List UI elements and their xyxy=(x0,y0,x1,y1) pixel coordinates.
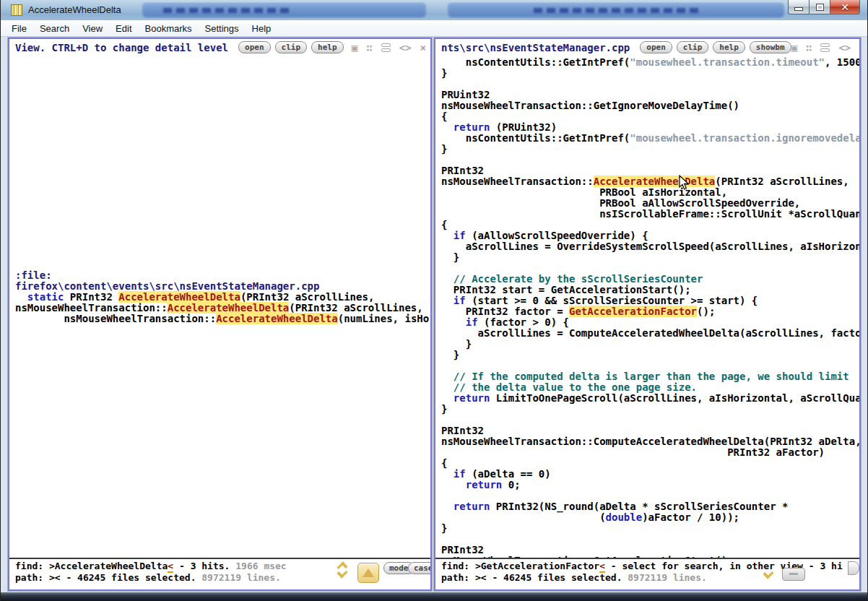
case-button[interactable]: case xyxy=(408,562,430,574)
code-line: if (factor > 0) { xyxy=(441,317,859,328)
showbm-button[interactable]: showbm xyxy=(750,41,791,53)
code-text: return xyxy=(466,479,503,490)
menu-item-help[interactable]: Help xyxy=(246,22,278,35)
title-bar: AccelerateWheelDelta ✕ xyxy=(1,0,867,21)
clip-button[interactable]: clip xyxy=(677,41,709,53)
minimize-icon xyxy=(794,7,803,11)
code-text: // the delta value to the one page size. xyxy=(441,381,697,393)
clip-button[interactable]: clip xyxy=(275,41,308,53)
view-pane-body[interactable]: :file:firefox\content\events\src\nsEvent… xyxy=(9,56,430,558)
window-title: AccelerateWheelDelta xyxy=(28,4,121,15)
code-text: } xyxy=(441,143,447,155)
code-text: (aDelta == 0) xyxy=(466,468,551,480)
menu-item-settings[interactable]: Settings xyxy=(199,22,246,35)
code-text: (numLines, isHoriz xyxy=(338,313,430,324)
menu-item-search[interactable]: Search xyxy=(33,22,76,35)
code-line: // Accelerate by the sScrollSeriesCounte… xyxy=(441,274,859,285)
close-button[interactable]: ✕ xyxy=(830,0,860,14)
code-text: LimitToOnePageScroll(aScrollLines, aIsHo… xyxy=(490,392,859,404)
code-line: nsContentUtils::GetIntPref("mousewheel.t… xyxy=(441,133,859,144)
code-text: PRInt32(NS_round(aDelta * sScrollSeriesC… xyxy=(490,501,788,512)
minimize-button[interactable] xyxy=(788,0,810,14)
code-text xyxy=(441,316,466,328)
code-line: PRInt32 xyxy=(441,545,859,555)
maximize-icon xyxy=(817,4,823,10)
background-window-titlebar[interactable] xyxy=(142,2,427,18)
help-button[interactable]: help xyxy=(311,41,344,53)
source-pane-header-buttons: opencliphelpshowbm xyxy=(640,41,791,53)
code-text: } xyxy=(441,522,447,534)
code-icon[interactable]: <> xyxy=(399,42,412,53)
code-text: ( xyxy=(441,511,606,523)
code-text: if xyxy=(453,230,466,241)
code-text: (PRInt32 aScrollLines, xyxy=(715,176,849,187)
code-text: PRUint32 xyxy=(441,89,490,100)
app-window: AccelerateWheelDelta ✕ FileSearchViewEdi… xyxy=(0,0,868,601)
code-text: } xyxy=(441,67,447,79)
code-text: nsIScrollableFrame::ScrollUnit *aScrollQ… xyxy=(441,208,859,220)
help-button[interactable]: help xyxy=(713,41,745,53)
search-hit-highlight: AccelerateWheelDelta xyxy=(216,313,338,324)
code-line: nsMouseWheelTransaction::AccelerateWheel… xyxy=(15,303,430,314)
code-line: PRBool aAllowScrollSpeedOverride, xyxy=(441,198,859,209)
search-tool-button[interactable] xyxy=(357,563,379,583)
code-icon[interactable]: <> xyxy=(838,42,851,53)
code-text: PRInt32 xyxy=(441,425,484,436)
code-text: static xyxy=(27,291,64,303)
bars-icon[interactable] xyxy=(381,42,391,53)
code-text: :file: xyxy=(15,269,52,281)
view-pane-header-buttons: opencliphelp xyxy=(238,41,344,53)
code-line: nsMouseWheelTransaction::AccelerateWheel… xyxy=(441,176,859,187)
code-text xyxy=(441,121,453,133)
code-line: if (aDelta == 0) xyxy=(441,469,859,480)
code-text: PRBool aAllowScrollSpeedOverride, xyxy=(441,197,800,209)
code-line: nsMouseWheelTransaction::AccelerateWheel… xyxy=(15,314,430,324)
clipped-button[interactable] xyxy=(848,561,859,575)
bars-icon[interactable] xyxy=(820,42,830,53)
maximize-button[interactable] xyxy=(810,0,830,14)
tool-button[interactable] xyxy=(782,568,805,581)
code-text xyxy=(441,501,453,512)
code-line: { xyxy=(441,220,859,230)
code-text: PRInt32 aFactor) xyxy=(441,446,825,458)
next-match-icon[interactable] xyxy=(759,569,778,578)
restore-icon[interactable]: ▣ xyxy=(352,42,357,53)
search-hit-highlight: AccelerateWheelDelta xyxy=(168,302,290,314)
code-line: if (aAllowScrollSpeedOverride) { xyxy=(441,230,859,241)
code-text: if xyxy=(466,316,478,328)
close-icon[interactable]: × xyxy=(420,42,426,53)
source-pane-title: nts\src\nsEventStateManager.cpp xyxy=(441,42,630,53)
code-text: < xyxy=(168,561,173,573)
code-text: firefox\content\events\src\nsEventStateM… xyxy=(15,280,319,292)
code-line: } xyxy=(441,404,859,415)
menu-item-bookmarks[interactable]: Bookmarks xyxy=(139,22,199,35)
code-line: :file: xyxy=(15,270,430,281)
code-text: PRInt32 factor = xyxy=(441,306,569,317)
code-text: "mousewheel.transaction.ignoremovedelay" xyxy=(630,132,859,144)
menu-item-edit[interactable]: Edit xyxy=(109,22,138,35)
code-text xyxy=(441,230,453,241)
code-text: double xyxy=(606,511,643,523)
triangle-icon xyxy=(363,568,374,577)
dots-icon[interactable]: ∷ xyxy=(806,42,812,53)
dots-icon[interactable]: ∷ xyxy=(366,42,372,53)
source-pane-header: nts\src\nsEventStateManager.cpp openclip… xyxy=(435,39,859,56)
background-window-titlebar[interactable] xyxy=(447,2,785,18)
code-text: } xyxy=(441,251,459,263)
code-text: path: >< - 46245 files selected. xyxy=(15,572,201,583)
open-button[interactable]: open xyxy=(238,41,271,53)
menu-item-view[interactable]: View xyxy=(76,22,109,35)
window-bottom-frame xyxy=(1,592,867,601)
prev-next-match-icon[interactable] xyxy=(333,563,352,577)
source-pane-body[interactable]: nsContentUtils::GetIntPref("mousewheel.t… xyxy=(435,56,859,558)
code-line: } xyxy=(441,252,859,263)
source-pane-header-icons: ▣∷<>× xyxy=(791,42,859,53)
code-text: nsMouseWheelTransaction:: xyxy=(441,176,594,187)
view-pane-title: View. CTRL+D to change detail level xyxy=(15,42,228,53)
menu-item-file[interactable]: File xyxy=(5,22,33,35)
code-line: // If the computed delta is larger than … xyxy=(441,371,859,382)
open-button[interactable]: open xyxy=(640,41,672,53)
code-text: - select for search, in other view - 3 h… xyxy=(605,561,843,571)
code-text: find: >GetAccelerationFactor xyxy=(441,561,599,571)
restore-icon[interactable]: ▣ xyxy=(791,42,797,53)
